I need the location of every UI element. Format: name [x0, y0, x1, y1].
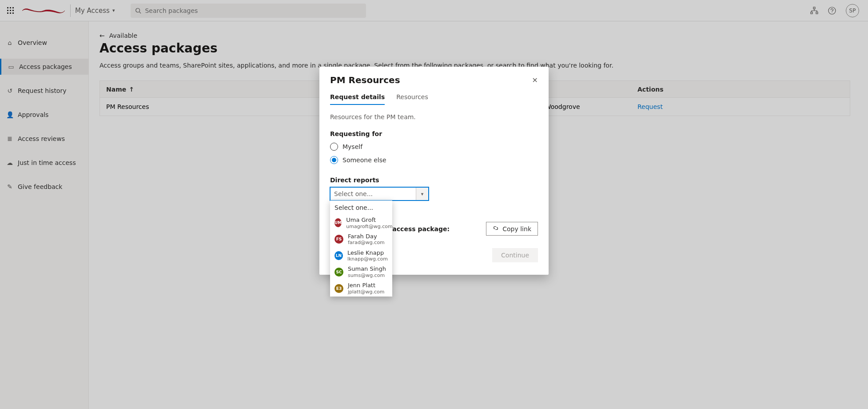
dropdown-person-option[interactable]: E3Jenn Plattjplatt@wg.com: [330, 280, 392, 297]
person-name: Leslie Knapp: [347, 249, 388, 257]
modal-title: PM Resources: [330, 75, 400, 85]
person-name: Jenn Platt: [348, 282, 384, 289]
direct-reports-combobox[interactable]: Select one... ▾: [330, 187, 429, 200]
avatar: LN: [334, 251, 343, 260]
continue-button[interactable]: Continue: [492, 248, 538, 262]
copy-link-label: Copy link: [502, 225, 531, 233]
direct-reports-dropdown: Select one... UMUma Groftumagroft@wg.com…: [330, 200, 392, 297]
copy-link-button[interactable]: Copy link: [486, 222, 538, 236]
direct-reports-label: Direct reports: [330, 176, 538, 184]
person-name: Suman Singh: [348, 265, 386, 273]
dropdown-person-option[interactable]: LNLeslie Knapplknapp@wg.com: [330, 248, 392, 264]
tab-resources[interactable]: Resources: [396, 93, 428, 105]
person-email: sums@wg.com: [348, 273, 386, 278]
chevron-down-icon: ▾: [421, 191, 424, 197]
radio-myself[interactable]: Myself: [330, 143, 538, 151]
radio-someone-else[interactable]: Someone else: [330, 156, 538, 164]
person-email: farad@wg.com: [348, 240, 385, 245]
person-name: Uma Groft: [346, 217, 392, 224]
person-email: jplatt@wg.com: [348, 289, 384, 295]
person-email: lknapp@wg.com: [347, 256, 388, 262]
link-icon: [493, 225, 499, 233]
avatar: UM: [334, 218, 342, 227]
combobox-toggle[interactable]: ▾: [416, 188, 428, 200]
radio-label: Someone else: [342, 156, 386, 164]
radio-icon: [330, 143, 338, 151]
dropdown-placeholder-option[interactable]: Select one...: [330, 200, 392, 215]
close-button[interactable]: ✕: [532, 76, 538, 84]
avatar: FS: [334, 235, 343, 244]
dropdown-person-option[interactable]: FSFarah Dayfarad@wg.com: [330, 231, 392, 248]
radio-label: Myself: [342, 143, 362, 150]
tab-request-details[interactable]: Request details: [330, 93, 385, 105]
combobox-placeholder: Select one...: [330, 190, 373, 197]
avatar: E3: [334, 284, 343, 293]
radio-icon: [330, 156, 338, 164]
requesting-for-label: Requesting for: [330, 130, 538, 137]
avatar: SC: [334, 268, 343, 277]
dropdown-person-option[interactable]: UMUma Groftumagroft@wg.com: [330, 215, 392, 231]
dropdown-person-option[interactable]: SCSuman Singhsums@wg.com: [330, 264, 392, 280]
person-name: Farah Day: [348, 233, 385, 240]
modal-description: Resources for the PM team.: [330, 113, 538, 120]
person-email: umagroft@wg.com: [346, 224, 392, 229]
close-icon: ✕: [532, 76, 538, 84]
